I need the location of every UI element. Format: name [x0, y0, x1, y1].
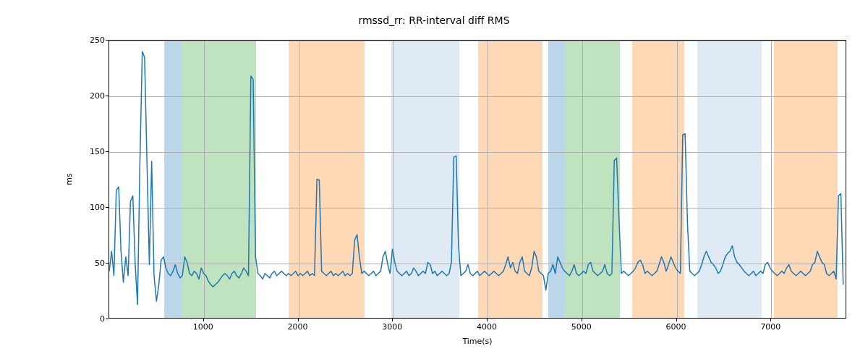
- x-tick-label: 1000: [193, 322, 213, 332]
- x-tick-mark: [487, 319, 488, 321]
- x-tick-label: 7000: [760, 322, 780, 332]
- x-tick-label: 5000: [571, 322, 592, 332]
- y-tick-label: 150: [76, 147, 105, 156]
- chart-title: rmssd_rr: RR-interval diff RMS: [0, 14, 868, 26]
- y-tick-mark: [106, 96, 109, 96]
- x-tick-label: 3000: [382, 322, 402, 332]
- plot-area: [109, 40, 846, 319]
- y-axis-label: ms: [61, 40, 76, 319]
- x-tick-label: 6000: [666, 322, 686, 332]
- matplotlib-figure: rmssd_rr: RR-interval diff RMS ms Time(s…: [0, 0, 868, 362]
- x-tick-mark: [582, 319, 582, 321]
- y-tick-mark: [106, 151, 109, 152]
- y-tick-label: 100: [76, 203, 105, 212]
- x-tick-mark: [770, 319, 771, 321]
- x-tick-mark: [392, 319, 393, 321]
- y-tick-mark: [106, 40, 109, 41]
- y-tick-label: 0: [76, 314, 105, 324]
- line-series: [109, 41, 846, 318]
- y-tick-mark: [106, 263, 109, 264]
- y-tick-mark: [106, 319, 109, 319]
- y-tick-label: 200: [76, 91, 105, 101]
- x-tick-label: 4000: [477, 322, 497, 332]
- x-tick-mark: [676, 319, 677, 321]
- y-tick-mark: [106, 207, 109, 208]
- y-tick-label: 250: [76, 35, 105, 45]
- x-axis-label: Time(s): [109, 337, 846, 346]
- y-tick-label: 50: [76, 258, 105, 268]
- x-tick-mark: [298, 319, 299, 321]
- x-tick-label: 2000: [288, 322, 308, 332]
- x-tick-mark: [203, 319, 204, 321]
